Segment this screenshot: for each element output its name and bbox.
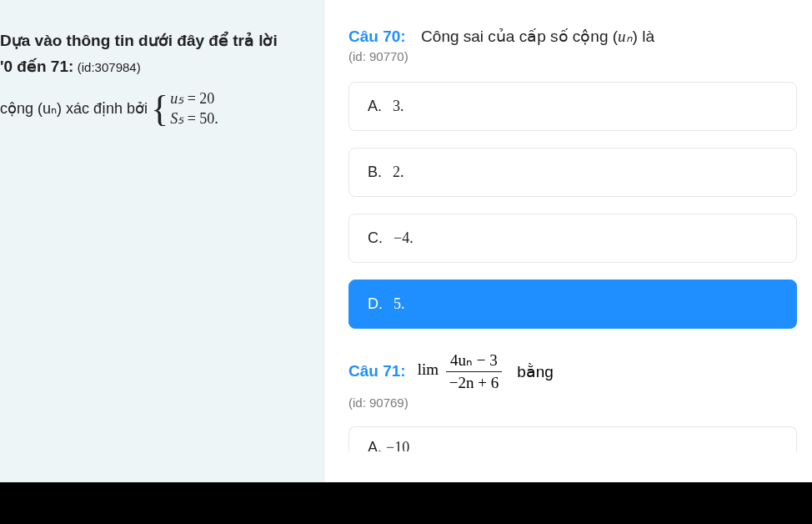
- q71-option-a-peek[interactable]: A. −10: [348, 426, 797, 451]
- context-title-line2: '0 đến 71: (id:307984): [0, 55, 308, 79]
- option-letter: C.: [368, 229, 383, 246]
- context-range: '0 đến 71:: [0, 58, 73, 75]
- option-a[interactable]: A. 3.: [348, 82, 797, 131]
- formula-prefix: cộng (uₙ) xác định bởi: [0, 99, 148, 118]
- option-value: 2.: [393, 164, 404, 180]
- option-b[interactable]: B. 2.: [348, 148, 797, 197]
- fraction-den: −2n + 6: [446, 372, 502, 392]
- left-brace-icon: {: [151, 94, 168, 123]
- case1-lhs: u₅: [170, 90, 183, 107]
- fraction: 4uₙ − 3 −2n + 6: [446, 350, 502, 392]
- q70-text-post: ) là: [633, 28, 654, 45]
- option-value: −4.: [393, 229, 414, 246]
- bottom-black-bar: [0, 482, 812, 524]
- case-line-2: S₅ = 50.: [170, 108, 218, 128]
- option-value: −10: [386, 439, 409, 451]
- q70-id: (id: 90770): [348, 49, 797, 63]
- q71-line: Câu 71: lim 4uₙ − 3 −2n + 6 bằng: [348, 350, 797, 392]
- fraction-num: 4uₙ − 3: [446, 350, 502, 372]
- q71-math: lim 4uₙ − 3 −2n + 6: [418, 350, 506, 392]
- q71-label: Câu 71:: [348, 362, 406, 380]
- option-letter: D.: [368, 295, 383, 312]
- q70-label: Câu 70:: [348, 28, 406, 45]
- q71-tail: bằng: [517, 362, 554, 381]
- option-letter: B.: [368, 164, 382, 180]
- option-value: 3.: [393, 98, 404, 114]
- question-panel: Câu 70: Công sai của cấp số cộng (uₙ) là…: [325, 0, 812, 482]
- context-formula: cộng (uₙ) xác định bởi { u₅ = 20 S₅ = 50…: [0, 88, 308, 129]
- lim-text: lim: [418, 360, 439, 378]
- formula-cases: { u₅ = 20 S₅ = 50.: [151, 88, 218, 129]
- q71-id: (id: 90769): [348, 396, 797, 410]
- case1-rhs: 20: [199, 90, 214, 107]
- option-letter: A.: [368, 439, 382, 451]
- q70-options: A. 3. B. 2. C. −4. D. 5.: [348, 82, 797, 329]
- context-panel: Dựa vào thông tin dưới đây để trả lời '0…: [0, 0, 325, 482]
- case2-lhs: S₅: [170, 110, 183, 127]
- q70-text: Công sai của cấp số cộng (uₙ) là: [421, 28, 654, 45]
- option-value: 5.: [393, 295, 405, 312]
- q70-text-pre: Công sai của cấp số cộng (: [421, 28, 618, 45]
- context-id: (id:307984): [78, 60, 141, 74]
- app-frame: Dựa vào thông tin dưới đây để trả lời '0…: [0, 0, 812, 482]
- option-c[interactable]: C. −4.: [348, 214, 797, 263]
- option-letter: A.: [368, 98, 382, 114]
- q70-un: uₙ: [618, 28, 633, 45]
- case2-rhs: 50: [199, 110, 214, 127]
- option-d[interactable]: D. 5.: [348, 280, 797, 329]
- q71-block: Câu 71: lim 4uₙ − 3 −2n + 6 bằng (id: 90…: [348, 350, 797, 451]
- context-title-line1: Dựa vào thông tin dưới đây để trả lời: [0, 29, 308, 53]
- cases-lines: u₅ = 20 S₅ = 50.: [170, 88, 218, 129]
- case-line-1: u₅ = 20: [170, 88, 218, 108]
- q70-header: Câu 70: Công sai của cấp số cộng (uₙ) là…: [348, 27, 797, 63]
